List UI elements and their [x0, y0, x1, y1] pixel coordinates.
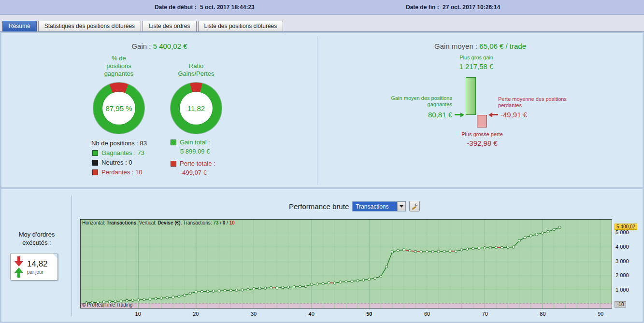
perte-totale-block: Perte totale : -499,07 € [171, 160, 215, 176]
ratio-donut-chart: 11,82 [171, 83, 222, 134]
tab-stats-positions[interactable]: Statistiques des positions clôturées [38, 21, 141, 31]
x-axis-tick: 10 [132, 311, 144, 317]
date-start: Date de début : 5 oct. 2017 18:44:23 [155, 4, 255, 11]
arrow-right-icon [460, 112, 464, 117]
y-axis-tick: -10 [615, 301, 626, 308]
legend-neutres-label: Neutres : 0 [101, 159, 132, 166]
y-axis-tick: 4 000 [615, 244, 629, 250]
avg-loss-value: -49,91 € [501, 111, 527, 119]
chart-header-info: Horizontal: Transactions, Vertical: Devi… [82, 220, 235, 225]
chart-vertical-label: Vertical: [139, 220, 157, 225]
x-axis-tick: 60 [421, 311, 433, 317]
orders-per-day-value: 14,82 [27, 259, 48, 269]
x-axis-tick: 70 [479, 311, 491, 317]
equity-chart: Horizontal: Transactions, Vertical: Devi… [80, 219, 612, 309]
legend-perdantes-label: Perdantes : 10 [101, 169, 143, 176]
arrow-up-green-icon [14, 267, 23, 278]
avg-loss-label: Perte moyenne des positions perdantes [498, 96, 585, 109]
y-axis-tick: 1 000 [615, 287, 629, 293]
orders-average-box: 14,82 par jour [10, 253, 58, 281]
nb-positions: Nb de positions : 83 [74, 140, 164, 147]
transactions-select[interactable]: Transactions [352, 201, 406, 211]
arrow-left-icon [488, 112, 492, 117]
y-axis-tick: 5 000 [615, 229, 629, 235]
winrate-donut-value: 87,95 % [102, 92, 135, 125]
ratio-donut-value: 11,82 [180, 92, 213, 125]
ratio-column: Ratio Gains/Pertes 11,82 [160, 53, 232, 134]
copyright-label: © ProRealTime Trading [82, 302, 132, 308]
x-axis-tick: 50 [363, 311, 375, 317]
positions-legend: Gagnantes : 73 Neutres : 0 Perdantes : 1… [92, 149, 144, 178]
avg-gain-value: 65,06 € / trade [479, 42, 526, 50]
avg-gain-title: Gain moyen : 65,06 € / trade [318, 42, 642, 50]
chart-horizontal-value: Transactions [107, 220, 137, 225]
performance-title: Performance brute [289, 202, 349, 211]
equity-curve-svg [81, 220, 612, 308]
avg-win-label: Gain moyen des positions gagnantes [365, 95, 452, 108]
arrow-down-red-icon [14, 256, 23, 267]
legend-gagnantes-label: Gagnantes : 73 [101, 149, 144, 156]
separator: / [218, 220, 222, 225]
x-axis-tick: 90 [594, 311, 607, 317]
y-axis-tick: 3 000 [615, 258, 629, 264]
green-square-icon [171, 140, 176, 145]
legend-neutres: Neutres : 0 [92, 159, 144, 166]
max-loss-label: Plus grosse perte [434, 131, 530, 138]
date-end: Date de fin : 27 oct. 2017 10:26:14 [406, 4, 500, 11]
chart-settings-button[interactable] [409, 201, 420, 211]
performance-header: Performance brute Transactions [289, 201, 420, 211]
date-start-value: 5 oct. 2017 18:44:23 [200, 4, 255, 11]
x-axis-tick: 20 [189, 311, 202, 317]
legend-gagnantes: Gagnantes : 73 [92, 149, 144, 156]
winrate-title: % de positions gagnantes [83, 53, 155, 78]
green-square-icon [92, 150, 98, 156]
chart-horizontal-label: Horizontal: [82, 220, 105, 225]
summary-panel: Gain : 5 400,02 € % de positions gagnant… [1, 33, 643, 187]
avg-win-value: 80,81 € [428, 111, 452, 119]
chart-vertical-value: Devise (€) [157, 220, 180, 225]
avg-win-bar [466, 77, 476, 115]
gain-label: Gain : [131, 42, 151, 50]
select-dropdown-button[interactable] [397, 202, 405, 211]
vertical-divider [317, 36, 317, 185]
avg-gain-label: Gain moyen : [434, 42, 477, 50]
tab-bar: Résumé Statistiques des positions clôtur… [0, 15, 644, 32]
ratio-title: Ratio Gains/Pertes [160, 53, 232, 78]
arrow-right-icon [455, 114, 460, 115]
tab-liste-positions[interactable]: Liste des positions clôturées [198, 21, 284, 31]
arrow-left-icon [492, 114, 498, 115]
chart-losses-count: 10 [229, 220, 235, 225]
perte-totale-value: -499,07 € [180, 169, 215, 176]
red-square-icon [92, 169, 98, 175]
x-axis-tick: 40 [305, 311, 318, 317]
orders-per-day-unit: par jour [27, 269, 48, 275]
avg-loss-row: -49,91 € [488, 111, 590, 119]
order-direction-icons [14, 256, 23, 278]
performance-panel: Performance brute Transactions Moy d'ord… [1, 189, 643, 322]
gain-value: 5 400,02 € [153, 42, 187, 50]
max-gain-label: Plus gros gain [428, 55, 525, 61]
chevron-down-icon [400, 205, 403, 208]
transactions-select-value[interactable]: Transactions [353, 202, 397, 211]
tab-resume[interactable]: Résumé [2, 21, 37, 31]
gain-total-value: 5 899,09 € [180, 148, 215, 155]
y-axis: 5 400,025 0004 0003 0002 0001 000-10 [614, 219, 644, 309]
winrate-donut-chart: 87,95 % [93, 83, 144, 134]
date-start-label: Date de début : [155, 4, 197, 11]
avg-loss-bar [477, 115, 487, 127]
winrate-column: % de positions gagnantes 87,95 % [83, 53, 155, 134]
perte-totale-label: Perte totale : [180, 160, 215, 167]
tab-liste-ordres[interactable]: Liste des ordres [143, 21, 196, 31]
orders-average-label: Moy d'ordres exécutés : [2, 230, 72, 247]
max-gain-value: 1 217,58 € [428, 62, 525, 70]
chart-wins-count: 73 [213, 220, 218, 225]
separator: / [225, 220, 229, 225]
gain-total-label: Gain total : [180, 139, 210, 146]
y-axis-tick: 2 000 [615, 272, 629, 278]
gain-title: Gain : 5 400,02 € [2, 42, 317, 50]
totals-block: Gain total : 5 899,09 € Perte totale : -… [171, 139, 215, 181]
date-end-label: Date de fin : [406, 4, 439, 11]
folded-corner [53, 253, 57, 258]
avg-win-row: 80,81 € [363, 111, 464, 119]
x-axis: 102030405060708090 [80, 311, 612, 319]
